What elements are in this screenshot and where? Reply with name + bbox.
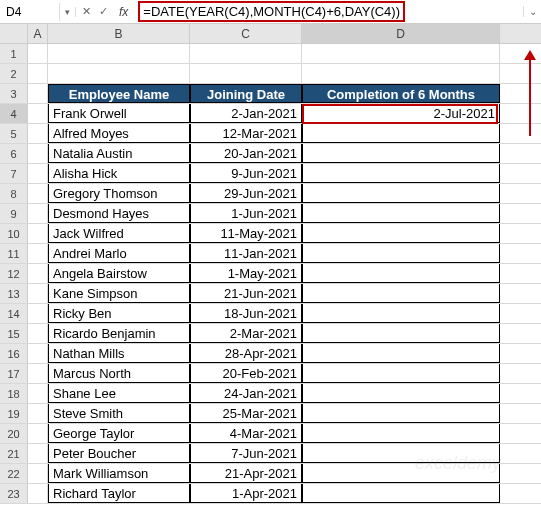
cell[interactable] — [28, 244, 48, 263]
row-header[interactable]: 10 — [0, 224, 28, 243]
cell-joining[interactable]: 18-Jun-2021 — [190, 304, 302, 323]
cell-completion[interactable] — [302, 484, 500, 503]
cell-joining[interactable]: 21-Jun-2021 — [190, 284, 302, 303]
header-joining[interactable]: Joining Date — [190, 84, 302, 103]
cell-joining[interactable] — [190, 64, 302, 83]
cell[interactable] — [28, 264, 48, 283]
cell[interactable] — [28, 284, 48, 303]
cell-joining[interactable]: 1-Jun-2021 — [190, 204, 302, 223]
row-header[interactable]: 7 — [0, 164, 28, 183]
cell-completion[interactable] — [302, 204, 500, 223]
cell-employee[interactable]: Angela Bairstow — [48, 264, 190, 283]
cell-employee[interactable]: Natalia Austin — [48, 144, 190, 163]
cell-employee[interactable]: Kane Simpson — [48, 284, 190, 303]
cell-joining[interactable]: 1-Apr-2021 — [190, 484, 302, 503]
row-header[interactable]: 6 — [0, 144, 28, 163]
cell[interactable] — [28, 184, 48, 203]
cell-employee[interactable]: Peter Boucher — [48, 444, 190, 463]
cell-joining[interactable]: 9-Jun-2021 — [190, 164, 302, 183]
cell-joining[interactable]: 11-Jan-2021 — [190, 244, 302, 263]
cell[interactable] — [28, 304, 48, 323]
name-box-dropdown-icon[interactable]: ▾ — [60, 7, 76, 17]
cell-completion[interactable] — [302, 44, 500, 63]
cell-joining[interactable] — [190, 44, 302, 63]
cell-employee[interactable]: Richard Taylor — [48, 484, 190, 503]
cell-joining[interactable]: 2-Jan-2021 — [190, 104, 302, 123]
row-header[interactable]: 9 — [0, 204, 28, 223]
cell-employee[interactable]: Alfred Moyes — [48, 124, 190, 143]
cell[interactable] — [28, 204, 48, 223]
row-header[interactable]: 22 — [0, 464, 28, 483]
cell[interactable] — [28, 404, 48, 423]
cell[interactable] — [28, 104, 48, 123]
cell-completion[interactable] — [302, 244, 500, 263]
row-header[interactable]: 19 — [0, 404, 28, 423]
cell[interactable] — [28, 44, 48, 63]
row-header[interactable]: 18 — [0, 384, 28, 403]
row-header[interactable]: 16 — [0, 344, 28, 363]
row-header[interactable]: 1 — [0, 44, 28, 63]
row-header[interactable]: 21 — [0, 444, 28, 463]
cell-completion[interactable] — [302, 364, 500, 383]
cell-joining[interactable]: 4-Mar-2021 — [190, 424, 302, 443]
cell-employee[interactable]: Steve Smith — [48, 404, 190, 423]
name-box[interactable]: D4 — [0, 3, 60, 21]
row-header[interactable]: 20 — [0, 424, 28, 443]
cell[interactable] — [28, 464, 48, 483]
row-header[interactable]: 12 — [0, 264, 28, 283]
cell[interactable] — [28, 364, 48, 383]
row-header[interactable]: 3 — [0, 84, 28, 103]
header-employee[interactable]: Employee Name — [48, 84, 190, 103]
cell[interactable] — [28, 324, 48, 343]
cell-completion[interactable] — [302, 224, 500, 243]
cancel-formula-icon[interactable]: ✕ — [78, 5, 94, 18]
cell-completion[interactable] — [302, 444, 500, 463]
cell-completion[interactable] — [302, 124, 500, 143]
expand-formula-bar-icon[interactable]: ⌄ — [523, 6, 541, 17]
row-header[interactable]: 4 — [0, 104, 28, 123]
fx-icon[interactable]: fx — [115, 5, 132, 19]
cell-joining[interactable]: 29-Jun-2021 — [190, 184, 302, 203]
row-header[interactable]: 11 — [0, 244, 28, 263]
cell-joining[interactable]: 20-Jan-2021 — [190, 144, 302, 163]
formula-input[interactable]: =DATE(YEAR(C4),MONTH(C4)+6,DAY(C4)) — [134, 2, 521, 21]
cell-completion[interactable] — [302, 284, 500, 303]
cell-joining[interactable]: 25-Mar-2021 — [190, 404, 302, 423]
col-header-A[interactable]: A — [28, 24, 48, 43]
cell-joining[interactable]: 1-May-2021 — [190, 264, 302, 283]
cell-joining[interactable]: 24-Jan-2021 — [190, 384, 302, 403]
cell-completion[interactable] — [302, 304, 500, 323]
cell[interactable] — [28, 424, 48, 443]
cell-completion[interactable] — [302, 144, 500, 163]
row-header[interactable]: 14 — [0, 304, 28, 323]
cell[interactable] — [28, 444, 48, 463]
cell-employee[interactable]: Ricardo Benjamin — [48, 324, 190, 343]
cell-completion[interactable] — [302, 164, 500, 183]
col-header-D[interactable]: D — [302, 24, 500, 43]
cell[interactable] — [28, 344, 48, 363]
select-all-corner[interactable] — [0, 24, 28, 43]
row-header[interactable]: 5 — [0, 124, 28, 143]
accept-formula-icon[interactable]: ✓ — [95, 5, 111, 18]
cell-employee[interactable]: Shane Lee — [48, 384, 190, 403]
cell-employee[interactable]: Jack Wilfred — [48, 224, 190, 243]
row-header[interactable]: 8 — [0, 184, 28, 203]
row-header[interactable]: 23 — [0, 484, 28, 503]
cell-completion[interactable] — [302, 64, 500, 83]
col-header-B[interactable]: B — [48, 24, 190, 43]
cell[interactable] — [28, 64, 48, 83]
row-header[interactable]: 13 — [0, 284, 28, 303]
cell[interactable] — [28, 484, 48, 503]
cell-employee[interactable]: Marcus North — [48, 364, 190, 383]
cell-joining[interactable]: 28-Apr-2021 — [190, 344, 302, 363]
cell-joining[interactable]: 2-Mar-2021 — [190, 324, 302, 343]
cell-completion[interactable] — [302, 424, 500, 443]
cell[interactable] — [28, 84, 48, 103]
cell-employee[interactable]: Desmond Hayes — [48, 204, 190, 223]
cell-joining[interactable]: 12-Mar-2021 — [190, 124, 302, 143]
row-header[interactable]: 15 — [0, 324, 28, 343]
cell[interactable] — [28, 164, 48, 183]
cell-employee[interactable]: Mark Williamson — [48, 464, 190, 483]
cell-employee[interactable] — [48, 64, 190, 83]
cell-completion[interactable] — [302, 264, 500, 283]
